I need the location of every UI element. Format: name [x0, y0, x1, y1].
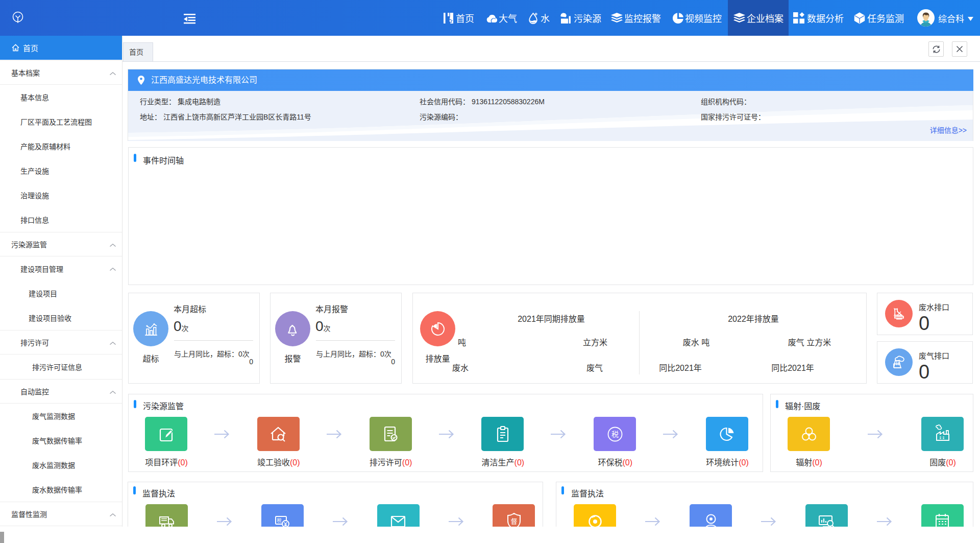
svg-text:督: 督	[510, 517, 517, 525]
svg-text:税: 税	[277, 517, 282, 523]
svg-text:税: 税	[611, 430, 619, 438]
